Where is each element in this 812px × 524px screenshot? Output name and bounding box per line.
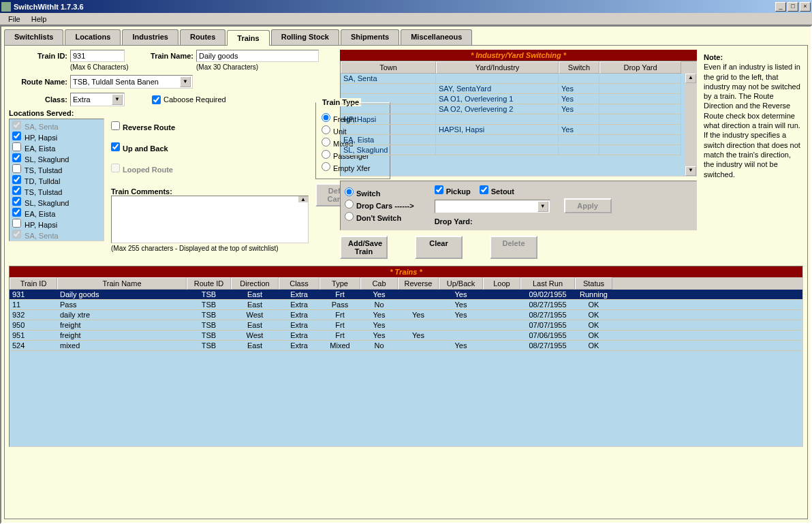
app-icon: [1, 2, 11, 12]
dont-switch-radio[interactable]: [345, 212, 354, 221]
train-id-label: Train ID:: [9, 52, 70, 60]
location-item[interactable]: HP, Hapsi: [11, 132, 102, 142]
location-item[interactable]: SA, Senta: [11, 230, 102, 241]
train-comments-label: Train Comments:: [111, 187, 309, 196]
tab-switchlists[interactable]: Switchlists: [4, 29, 63, 45]
trains-col[interactable]: Cab: [360, 277, 398, 290]
industry-row[interactable]: SAY, SentaYardYes: [341, 84, 696, 94]
route-name-select[interactable]: TSB, Tuldall Senta Banen: [70, 75, 193, 89]
trains-row[interactable]: 932daily xtreTSBWestExtraFrtYesYesYes08/…: [10, 310, 802, 320]
delete-button: Delete: [490, 236, 537, 259]
add-save-button[interactable]: Add/Save Train: [340, 236, 388, 259]
tab-trains[interactable]: Trains: [227, 30, 269, 46]
industry-panel: * Industry/Yard Switching * Town Yard/In…: [340, 50, 697, 259]
location-item[interactable]: TD, Tulldal: [11, 175, 102, 186]
minimize-button[interactable]: _: [775, 2, 786, 12]
industry-row[interactable]: SL, Skaglund: [341, 145, 696, 155]
trains-section: * Trains * Train IDTrain NameRoute IDDir…: [9, 266, 803, 447]
industry-row[interactable]: EA, Eista: [341, 135, 696, 145]
location-item[interactable]: EA, Eista: [11, 208, 102, 219]
route-name-label: Route Name:: [9, 78, 70, 86]
scroll-up-icon[interactable]: ▲: [685, 74, 696, 83]
drop-yard-label: Drop Yard:: [435, 217, 550, 226]
train-name-hint: (Max 30 Characters): [196, 63, 258, 71]
col-dropyard[interactable]: Drop Yard: [599, 61, 681, 74]
apply-button: Apply: [564, 198, 612, 213]
tab-industries[interactable]: Industries: [122, 29, 178, 45]
pickup-checkbox[interactable]: [435, 185, 443, 194]
titlebar: SwitchWithIt 1.7.3.6 _ □ ×: [0, 0, 812, 13]
trains-col[interactable]: Last Run: [520, 277, 575, 290]
train-name-input[interactable]: [196, 50, 319, 62]
location-item[interactable]: TS, Tulstad: [11, 186, 102, 197]
trains-col[interactable]: Type: [319, 277, 360, 290]
col-yard[interactable]: Yard/Industry: [436, 61, 559, 74]
note-text: Even if an industry is listed in the gri…: [704, 62, 800, 179]
tab-miscellaneous[interactable]: Miscellaneous: [401, 29, 472, 45]
clear-button[interactable]: Clear: [415, 236, 463, 259]
train-id-input[interactable]: [70, 50, 125, 62]
drop-cars-radio[interactable]: [345, 200, 354, 209]
trains-row[interactable]: 524mixedTSBEastExtraMixedNoYes08/27/1955…: [10, 341, 802, 351]
col-town[interactable]: Town: [341, 61, 436, 74]
trains-row[interactable]: 951freightTSBWestExtraFrtYesYes07/06/195…: [10, 330, 802, 341]
train-type-radio[interactable]: [322, 138, 330, 147]
train-id-hint: (Max 6 Characters): [70, 63, 138, 71]
caboose-checkbox[interactable]: [152, 95, 161, 104]
note-title: Note:: [704, 52, 800, 62]
trains-row[interactable]: 931Daily goodsTSBEastExtraFrtYesYes09/02…: [10, 290, 802, 300]
scroll-down-icon[interactable]: ▼: [685, 166, 696, 176]
location-item[interactable]: HP, Hapsi: [11, 219, 102, 230]
train-comments-textarea[interactable]: [111, 196, 309, 243]
trains-col[interactable]: Train Name: [57, 277, 187, 290]
trains-col[interactable]: Status: [575, 277, 612, 290]
train-type-radio[interactable]: [322, 150, 330, 159]
train-type-radio[interactable]: [322, 162, 330, 171]
trains-col[interactable]: Direction: [231, 277, 279, 290]
industry-scrollbar[interactable]: ▲ ▼: [685, 74, 696, 176]
industry-row[interactable]: HP, Hapsi: [341, 114, 696, 125]
close-button[interactable]: ×: [800, 2, 811, 12]
train-type-radio[interactable]: [322, 125, 330, 134]
trains-col[interactable]: Reverse: [398, 277, 439, 290]
industry-row[interactable]: SA O2, Overlevering 2Yes: [341, 104, 696, 114]
up-back-checkbox[interactable]: [111, 142, 120, 151]
menu-help[interactable]: Help: [26, 14, 52, 25]
industry-row[interactable]: HAPSI, HapsiYes: [341, 125, 696, 135]
train-type-radio[interactable]: [322, 113, 330, 122]
location-item[interactable]: EA, Eista: [11, 142, 102, 153]
industry-row[interactable]: SA O1, Overlevering 1Yes: [341, 94, 696, 104]
trains-col[interactable]: Train ID: [10, 277, 57, 290]
industry-row[interactable]: SA, Senta: [341, 74, 696, 84]
drop-target-select[interactable]: [435, 200, 550, 213]
setout-checkbox[interactable]: [480, 185, 488, 194]
content: SwitchlistsLocationsIndustriesRoutesTrai…: [0, 25, 812, 524]
tab-routes[interactable]: Routes: [180, 29, 225, 45]
maximize-button[interactable]: □: [787, 2, 798, 12]
class-select[interactable]: Extra: [70, 93, 125, 106]
tab-rolling-stock[interactable]: Rolling Stock: [271, 29, 339, 45]
industry-title: * Industry/Yard Switching *: [340, 50, 697, 61]
locations-list[interactable]: SA, Senta HP, Hapsi EA, Eista SL, Skaglu…: [9, 119, 104, 241]
trains-row[interactable]: 11PassTSBEastExtraPassNoYes08/27/1955OK: [10, 300, 802, 310]
switch-radio[interactable]: [345, 187, 354, 196]
location-item[interactable]: TS, Tulstad: [11, 164, 102, 175]
trains-row[interactable]: 950freightTSBEastExtraFrtYes07/07/1955OK: [10, 320, 802, 330]
location-item[interactable]: SA, Senta: [11, 121, 102, 132]
trains-col[interactable]: Loop: [483, 277, 520, 290]
class-label: Class:: [9, 95, 70, 104]
trains-col[interactable]: Route ID: [187, 277, 231, 290]
train-name-label: Train Name:: [138, 52, 196, 60]
caboose-label: Caboose Required: [163, 95, 226, 104]
col-switch[interactable]: Switch: [559, 61, 599, 74]
menubar: File Help: [0, 13, 812, 25]
menu-file[interactable]: File: [3, 14, 26, 25]
locations-served-label: Locations Served:: [9, 109, 104, 117]
tab-shipments[interactable]: Shipments: [341, 29, 399, 45]
trains-col[interactable]: Class: [279, 277, 319, 290]
location-item[interactable]: SL, Skaglund: [11, 197, 102, 208]
tab-locations[interactable]: Locations: [65, 29, 121, 45]
trains-col[interactable]: Up/Back: [439, 277, 483, 290]
location-item[interactable]: SL, Skaglund: [11, 153, 102, 164]
reverse-route-checkbox[interactable]: [111, 121, 120, 130]
